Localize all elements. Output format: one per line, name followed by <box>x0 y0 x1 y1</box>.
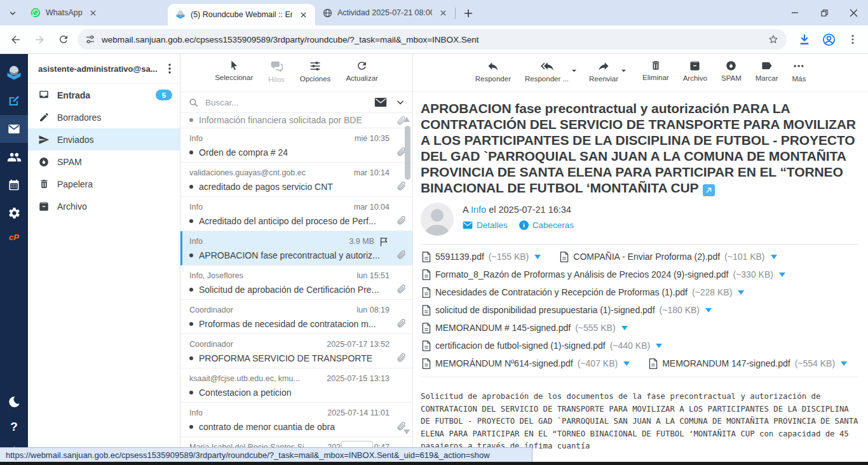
tab-whatsapp[interactable]: WhatsApp <box>23 0 168 25</box>
open-in-new-window-icon[interactable] <box>703 184 715 196</box>
refresh-list-button[interactable]: Actualizar <box>346 60 378 82</box>
app-rail: cP ? <box>0 54 28 465</box>
close-window-button[interactable] <box>839 0 868 25</box>
tab-roundcube-active[interactable]: (5) Roundcube Webmail :: Envia <box>168 4 315 25</box>
options-button[interactable]: Opciones <box>300 60 331 83</box>
archive-button[interactable]: Archivo <box>683 60 707 82</box>
new-tab-button[interactable] <box>459 4 477 22</box>
delete-button[interactable]: Eliminar <box>642 60 669 81</box>
message-row[interactable]: ksaait@fcjse.utb.edu.ec, kmu...2025-07-1… <box>180 368 412 403</box>
attachment-menu-caret[interactable] <box>779 273 785 277</box>
attachment-item[interactable]: 5591139.pdf(~155 KB) <box>422 248 541 266</box>
message-row[interactable]: Infomié 10:35 Orden de compra # 24 <box>180 128 412 163</box>
attachment-item[interactable]: MEMORÁNDUM Nº614-signed.pdf(~407 KB) <box>422 354 630 372</box>
attachment-item[interactable]: COMPAÑIA - Enviar Proforma (2).pdf(~101 … <box>560 248 776 266</box>
mark-button[interactable]: Marcar <box>756 60 778 82</box>
minimize-button[interactable] <box>780 0 810 25</box>
folder-archivo[interactable]: Archivo <box>28 195 180 217</box>
url-text[interactable]: webmail.sanjuan.gob.ec/cpsess1535909589/… <box>102 35 761 44</box>
message-row[interactable]: Info2025-07-14 11:01 contrato de menor c… <box>180 403 412 437</box>
select-button[interactable]: Seleccionar <box>215 60 253 81</box>
roundcube-favicon <box>175 10 186 20</box>
forward-menu-caret[interactable] <box>621 68 627 74</box>
attachment-menu-caret[interactable] <box>705 308 712 313</box>
attachment-item[interactable]: solicitud de disponibilidad presupuestar… <box>422 301 712 319</box>
more-button[interactable]: Más <box>792 60 806 83</box>
download-icon[interactable] <box>794 29 815 50</box>
search-options-chevron-icon[interactable] <box>396 98 405 107</box>
message-row[interactable]: validaciones.guayas@cnt.gob.ecmar 10:14 … <box>180 163 412 197</box>
message-row-selected[interactable]: Info 3.9 MB APROBACION fase precontractu… <box>180 231 412 266</box>
headers-link[interactable]: i Cabeceras <box>519 220 574 230</box>
message-list: Información financiera solicitada por BD… <box>180 113 412 465</box>
refresh-button[interactable] <box>53 29 74 50</box>
attachment-menu-caret[interactable] <box>534 255 541 259</box>
compose-button[interactable] <box>0 87 28 115</box>
attachment-item[interactable]: certificacion de futbol-signed (1)-signe… <box>422 337 662 354</box>
search-scope-envelope-icon[interactable] <box>374 97 387 107</box>
mail-nav-button[interactable] <box>0 115 28 143</box>
message-row[interactable]: Info, Josefloreslun 15:51 Solicitud de a… <box>180 266 412 300</box>
attachment-item[interactable]: Formato_8_Razón de Proformas y Análisis … <box>422 266 785 283</box>
attachment-paperclip-icon <box>396 249 407 260</box>
message-row[interactable]: Infomar 10:04 Acreditado del anticipo de… <box>180 197 412 231</box>
reply-button[interactable]: Responder <box>475 60 511 83</box>
attachment-menu-caret[interactable] <box>738 290 744 295</box>
folder-entrada[interactable]: Entrada 5 <box>28 84 180 106</box>
site-info-icon[interactable] <box>85 34 95 44</box>
tab-close-icon[interactable] <box>88 7 99 18</box>
tab-actividad[interactable]: Actividad 2025-07-21 08:00:00 <box>315 0 454 25</box>
tab-title: Actividad 2025-07-21 08:00:00 <box>337 8 432 17</box>
profile-icon[interactable] <box>818 29 839 50</box>
attachment-menu-caret[interactable] <box>621 326 628 330</box>
forward-button[interactable] <box>29 29 50 50</box>
message-subject: APROBACION fase precontractual y autoriz… <box>421 100 859 196</box>
tab-title: (5) Roundcube Webmail :: Envia <box>191 10 292 19</box>
bookmark-star-icon[interactable] <box>768 34 779 45</box>
details-link[interactable]: Detalles <box>463 220 508 230</box>
calendar-nav-button[interactable] <box>0 171 28 199</box>
attachment-item[interactable]: MEMORANDUM # 145-signed.pdf(~555 KB) <box>422 319 628 337</box>
contacts-nav-button[interactable] <box>0 143 28 171</box>
spam-button[interactable]: SPAM <box>721 60 742 82</box>
help-button[interactable]: ? <box>0 414 28 440</box>
cpanel-link[interactable]: cP <box>0 227 28 247</box>
scroll-down-arrow[interactable] <box>403 429 410 435</box>
message-row-partial[interactable]: Información financiera solicitada por BD… <box>180 113 412 128</box>
attachment-item[interactable]: Necesidades de Contratación y Recepción … <box>422 283 744 301</box>
message-row[interactable]: Coordinadorlun 08:19 Proformas de necesi… <box>180 300 412 334</box>
recipient-link[interactable]: Info <box>471 205 486 215</box>
tab-search-chevron-icon[interactable] <box>4 4 22 22</box>
message-list-panel: Seleccionar Hilos Opciones Actualizar <box>180 54 412 465</box>
browser-menu-icon[interactable] <box>843 29 863 50</box>
address-bar[interactable]: webmail.sanjuan.gob.ec/cpsess1535909589/… <box>78 29 787 50</box>
reply-all-button[interactable]: Responder ... <box>525 60 569 83</box>
attachment-menu-caret[interactable] <box>841 361 847 366</box>
folder-spam[interactable]: SPAM <box>28 151 180 173</box>
threads-button[interactable]: Hilos <box>268 60 285 83</box>
folder-enviados[interactable]: Enviados <box>28 128 180 151</box>
taskbar-edge <box>0 462 868 465</box>
message-row[interactable]: Coordinador2025-07-17 13:52 PROFORMA SER… <box>180 334 412 368</box>
attachment-paperclip-icon <box>396 283 407 294</box>
dark-mode-toggle[interactable] <box>0 389 28 414</box>
settings-nav-button[interactable] <box>0 199 28 227</box>
flag-icon <box>379 236 390 247</box>
restore-button[interactable] <box>810 0 839 25</box>
attachment-item[interactable]: MEMORANDUM 147-signed.pdf(~554 KB) <box>649 354 847 372</box>
back-button[interactable] <box>5 29 25 50</box>
tab-close-icon[interactable] <box>437 7 449 18</box>
attachment-menu-caret[interactable] <box>656 344 662 348</box>
tab-close-icon[interactable] <box>297 9 309 20</box>
attachment-menu-caret[interactable] <box>623 361 630 366</box>
search-input[interactable] <box>204 97 369 108</box>
folder-borradores[interactable]: Borradores <box>28 106 180 128</box>
scrollbar-thumb[interactable] <box>405 126 410 180</box>
scroll-up-arrow[interactable] <box>403 117 410 122</box>
reply-all-menu-caret[interactable] <box>571 68 577 74</box>
account-menu-icon[interactable] <box>165 64 175 74</box>
folder-papelera[interactable]: Papelera <box>28 173 180 195</box>
tab-title: WhatsApp <box>46 8 83 17</box>
attachment-menu-caret[interactable] <box>771 255 777 259</box>
forward-button[interactable]: Reenviar <box>589 60 618 83</box>
